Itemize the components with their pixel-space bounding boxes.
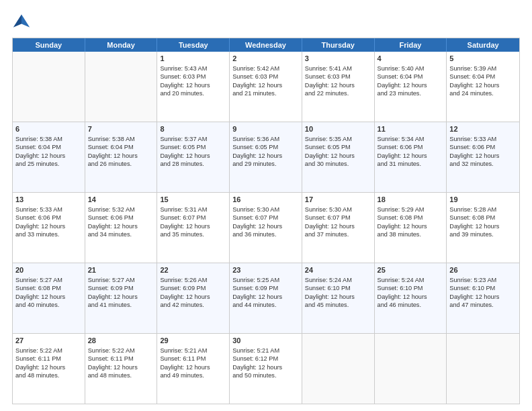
- cell-line-2: Sunset: 6:09 PM: [160, 284, 226, 292]
- cell-line-3: Daylight: 12 hours: [88, 152, 154, 160]
- cell-line-3: Daylight: 12 hours: [15, 363, 82, 371]
- calendar-cell-day-6: 6Sunrise: 5:38 AMSunset: 6:04 PMDaylight…: [13, 122, 85, 192]
- cell-line-3: Daylight: 12 hours: [378, 222, 444, 230]
- calendar-cell-day-16: 16Sunrise: 5:30 AMSunset: 6:07 PMDayligh…: [230, 193, 302, 263]
- day-number: 15: [160, 195, 226, 205]
- calendar-cell-day-22: 22Sunrise: 5:26 AMSunset: 6:09 PMDayligh…: [157, 263, 230, 333]
- day-number: 26: [449, 265, 517, 275]
- cell-line-3: Daylight: 12 hours: [232, 81, 299, 89]
- header: [12, 12, 520, 31]
- calendar-cell-day-29: 29Sunrise: 5:21 AMSunset: 6:11 PMDayligh…: [157, 334, 230, 404]
- cell-line-1: Sunrise: 5:32 AM: [88, 205, 154, 214]
- cell-line-3: Daylight: 12 hours: [232, 293, 299, 301]
- calendar-cell-day-12: 12Sunrise: 5:33 AMSunset: 6:06 PMDayligh…: [447, 122, 519, 192]
- cell-line-2: Sunset: 6:06 PM: [378, 143, 444, 151]
- calendar-cell-empty: [302, 334, 375, 404]
- calendar-cell-day-18: 18Sunrise: 5:29 AMSunset: 6:08 PMDayligh…: [375, 193, 447, 263]
- day-number: 29: [160, 336, 226, 346]
- cell-line-1: Sunrise: 5:38 AM: [88, 135, 154, 143]
- cell-line-4: and 44 minutes.: [232, 301, 299, 309]
- cell-line-1: Sunrise: 5:36 AM: [232, 135, 299, 143]
- day-number: 12: [449, 124, 517, 134]
- calendar-cell-day-21: 21Sunrise: 5:27 AMSunset: 6:09 PMDayligh…: [85, 263, 158, 333]
- cell-line-2: Sunset: 6:12 PM: [232, 355, 299, 363]
- calendar-row: 20Sunrise: 5:27 AMSunset: 6:08 PMDayligh…: [13, 263, 519, 333]
- cell-line-4: and 36 minutes.: [232, 230, 299, 238]
- cell-line-1: Sunrise: 5:30 AM: [305, 205, 371, 214]
- cell-line-4: and 34 minutes.: [88, 230, 154, 238]
- day-number: 27: [15, 336, 82, 346]
- cell-line-2: Sunset: 6:05 PM: [232, 143, 299, 151]
- cell-line-2: Sunset: 6:09 PM: [232, 284, 299, 292]
- cell-line-1: Sunrise: 5:34 AM: [378, 135, 444, 143]
- calendar-row: 1Sunrise: 5:43 AMSunset: 6:03 PMDaylight…: [13, 52, 519, 122]
- calendar-cell-day-2: 2Sunrise: 5:42 AMSunset: 6:03 PMDaylight…: [230, 52, 302, 122]
- generalblue-logo-icon: [12, 12, 31, 31]
- cell-line-4: and 48 minutes.: [88, 371, 154, 379]
- cell-line-4: and 35 minutes.: [160, 230, 226, 238]
- cell-line-1: Sunrise: 5:25 AM: [232, 276, 299, 284]
- cell-line-2: Sunset: 6:08 PM: [378, 214, 444, 222]
- cell-line-1: Sunrise: 5:26 AM: [160, 276, 226, 284]
- calendar-cell-day-26: 26Sunrise: 5:23 AMSunset: 6:10 PMDayligh…: [447, 263, 519, 333]
- cell-line-3: Daylight: 12 hours: [449, 152, 517, 160]
- day-header-sunday: Sunday: [13, 38, 85, 52]
- cell-line-1: Sunrise: 5:33 AM: [449, 135, 517, 143]
- day-header-friday: Friday: [375, 38, 447, 52]
- cell-line-4: and 33 minutes.: [15, 230, 82, 238]
- calendar-cell-day-13: 13Sunrise: 5:33 AMSunset: 6:06 PMDayligh…: [13, 193, 85, 263]
- cell-line-1: Sunrise: 5:39 AM: [449, 64, 517, 73]
- day-number: 16: [232, 195, 299, 205]
- calendar-row: 6Sunrise: 5:38 AMSunset: 6:04 PMDaylight…: [13, 122, 519, 192]
- cell-line-3: Daylight: 12 hours: [232, 363, 299, 371]
- cell-line-2: Sunset: 6:08 PM: [15, 284, 82, 292]
- day-number: 8: [160, 124, 226, 134]
- day-number: 7: [88, 124, 154, 134]
- cell-line-4: and 23 minutes.: [378, 89, 444, 97]
- cell-line-4: and 25 minutes.: [15, 160, 82, 168]
- cell-line-4: and 22 minutes.: [305, 89, 371, 97]
- cell-line-2: Sunset: 6:03 PM: [160, 73, 226, 81]
- cell-line-3: Daylight: 12 hours: [160, 222, 226, 230]
- day-number: 14: [88, 195, 154, 205]
- calendar-cell-day-17: 17Sunrise: 5:30 AMSunset: 6:07 PMDayligh…: [302, 193, 375, 263]
- day-number: 1: [160, 54, 226, 64]
- cell-line-2: Sunset: 6:10 PM: [378, 284, 444, 292]
- cell-line-4: and 21 minutes.: [232, 89, 299, 97]
- day-header-thursday: Thursday: [302, 38, 375, 52]
- cell-line-2: Sunset: 6:07 PM: [160, 214, 226, 222]
- day-number: 2: [232, 54, 299, 64]
- calendar-cell-empty: [447, 334, 519, 404]
- cell-line-1: Sunrise: 5:24 AM: [378, 276, 444, 284]
- cell-line-3: Daylight: 12 hours: [88, 222, 154, 230]
- day-number: 28: [88, 336, 154, 346]
- calendar-cell-day-5: 5Sunrise: 5:39 AMSunset: 6:04 PMDaylight…: [447, 52, 519, 122]
- day-number: 4: [378, 54, 444, 64]
- cell-line-1: Sunrise: 5:30 AM: [232, 205, 299, 214]
- cell-line-1: Sunrise: 5:28 AM: [449, 205, 517, 214]
- svg-marker-1: [13, 15, 21, 28]
- calendar: SundayMondayTuesdayWednesdayThursdayFrid…: [12, 38, 520, 404]
- cell-line-2: Sunset: 6:11 PM: [160, 355, 226, 363]
- cell-line-4: and 39 minutes.: [449, 230, 517, 238]
- calendar-cell-day-20: 20Sunrise: 5:27 AMSunset: 6:08 PMDayligh…: [13, 263, 85, 333]
- cell-line-3: Daylight: 12 hours: [232, 152, 299, 160]
- cell-line-4: and 47 minutes.: [449, 301, 517, 309]
- cell-line-3: Daylight: 12 hours: [378, 81, 444, 89]
- page: SundayMondayTuesdayWednesdayThursdayFrid…: [0, 0, 532, 411]
- cell-line-4: and 29 minutes.: [232, 160, 299, 168]
- cell-line-2: Sunset: 6:11 PM: [88, 355, 154, 363]
- calendar-cell-day-11: 11Sunrise: 5:34 AMSunset: 6:06 PMDayligh…: [375, 122, 447, 192]
- cell-line-4: and 40 minutes.: [15, 301, 82, 309]
- cell-line-2: Sunset: 6:03 PM: [305, 73, 371, 81]
- day-header-tuesday: Tuesday: [157, 38, 230, 52]
- cell-line-1: Sunrise: 5:37 AM: [160, 135, 226, 143]
- calendar-cell-day-24: 24Sunrise: 5:24 AMSunset: 6:10 PMDayligh…: [302, 263, 375, 333]
- cell-line-3: Daylight: 12 hours: [160, 81, 226, 89]
- calendar-cell-day-28: 28Sunrise: 5:22 AMSunset: 6:11 PMDayligh…: [85, 334, 158, 404]
- cell-line-1: Sunrise: 5:33 AM: [15, 205, 82, 214]
- cell-line-3: Daylight: 12 hours: [232, 222, 299, 230]
- cell-line-4: and 30 minutes.: [305, 160, 371, 168]
- cell-line-3: Daylight: 12 hours: [15, 152, 82, 160]
- cell-line-2: Sunset: 6:06 PM: [449, 143, 517, 151]
